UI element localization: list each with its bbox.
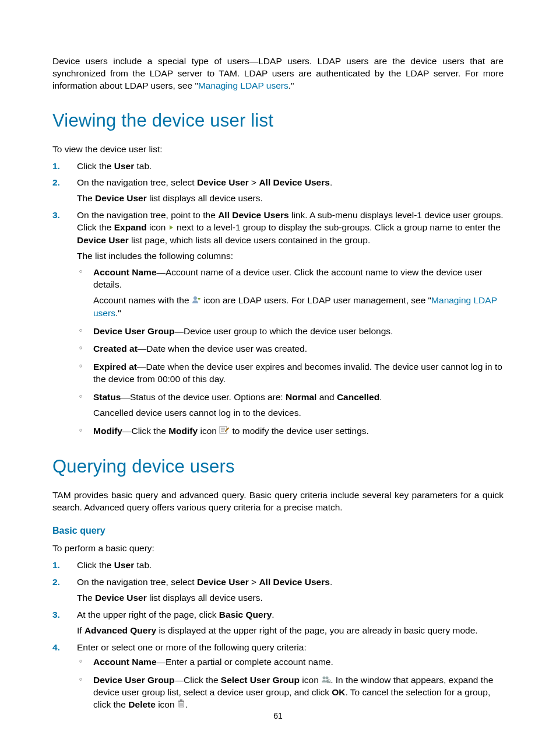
bold-text: Expand [114,222,147,232]
step-1: 1. Click the User tab. [52,160,504,173]
text: —Enter a partial or complete account nam… [157,657,333,667]
bold-text: Device User Group [93,675,175,685]
link-managing-ldap-users[interactable]: Managing LDAP users [198,80,288,90]
text: . [379,392,382,402]
list-item: Status—Status of the device user. Option… [77,391,504,419]
text: At the upper right of the page, click [77,610,219,620]
text: ." [288,80,294,90]
text: icon [300,675,321,685]
text: list displays all device users. [147,593,263,603]
bold-text: Device User [95,593,147,603]
text: Account names with the [93,295,192,305]
bold-text: Normal [286,392,316,402]
lead-text: TAM provides basic query and advanced qu… [52,489,504,514]
bold-text: Select User Group [221,675,300,685]
text: tab. [134,161,152,171]
step-number: 3. [52,609,70,621]
step-number: 2. [52,177,70,189]
heading-viewing-device-user-list: Viewing the device user list [52,108,504,133]
list-item: Created at—Date when the device user was… [77,343,504,355]
bold-text: Delete [128,699,156,709]
bold-text: Account Name [93,657,157,667]
step-number: 3. [52,209,70,222]
bold-text: Status [93,392,121,402]
svg-rect-16 [180,699,182,701]
bold-text: Basic Query [219,610,272,620]
text: next to a level-1 group to display the s… [174,222,501,232]
list-item: Account Name—Enter a partial or complete… [77,656,504,668]
text: . [330,177,332,187]
text: to modify the device user settings. [230,426,369,436]
bold-text: Device User [197,577,249,587]
bold-text: User [114,560,134,570]
step-number: 4. [52,642,70,654]
text: On the navigation tree, select [77,177,197,187]
list-item: Modify—Click the Modify icon to modify t… [77,425,504,438]
list-item: Expired at—Date when the device user exp… [77,361,504,386]
text: is displayed at the upper right of the p… [156,625,477,635]
text: . [185,699,188,709]
svg-marker-0 [170,225,173,230]
list-item: Account Name—Account name of a device us… [77,267,504,319]
bold-text: All Device Users [218,210,289,220]
text: —Date when the device user expires and b… [93,362,502,384]
text: > [249,577,259,587]
svg-point-1 [193,296,197,300]
step-number: 2. [52,576,70,589]
intro-paragraph: Device users include a special type of u… [52,55,504,92]
text: Enter or select one or more of the follo… [77,642,307,652]
text: —Device user group to which the device u… [175,326,393,336]
step-number: 1. [52,559,70,572]
bold-text: Modify [93,426,122,436]
bold-text: Account Name [93,267,157,277]
text: > [249,177,259,187]
text: icon [198,426,219,436]
bold-text: Device User [197,177,249,187]
bold-text: Advanced Query [85,625,156,635]
list-item: Device User Group—Click the Select User … [77,674,504,712]
text: . [272,610,274,620]
text: tab. [134,560,152,570]
bold-text: All Device Users [259,177,330,187]
page-number: 61 [0,710,556,722]
text: icon [156,699,177,709]
expand-icon [168,222,174,235]
bold-text: Device User [77,235,129,245]
svg-point-8 [326,677,329,680]
text: Click the [77,560,114,570]
text: Click the [77,161,114,171]
step-number: 1. [52,160,70,173]
text: —Date when the device user was created. [138,344,307,354]
step-4: 4. Enter or select one or more of the fo… [52,642,504,711]
text: Cancelled device users cannot log in to … [93,407,504,419]
lead-text: To view the device user list: [52,144,504,156]
step-3: 3. At the upper right of the page, click… [52,609,504,637]
heading-querying-device-users: Querying device users [52,454,504,479]
bold-text: Modify [168,426,198,436]
text: The [77,193,95,203]
step-3: 3. On the navigation tree, point to the … [52,209,504,438]
text: and [316,392,336,402]
text: . [330,577,332,587]
bold-text: Device User Group [93,326,175,336]
lead-text: To perform a basic query: [52,542,504,555]
delete-icon [177,699,185,711]
text: The list includes the following columns: [77,250,504,262]
bold-text: Expired at [93,362,137,372]
bold-text: All Device Users [259,577,330,587]
text: On the navigation tree, point to the [77,210,218,220]
bold-text: User [114,161,134,171]
text: icon are LDAP users. For LDAP user manag… [201,295,431,305]
svg-point-7 [323,677,326,680]
text: list page, which lists all device users … [129,235,370,245]
text: The [77,593,95,603]
text: —Click the [122,426,168,436]
text: icon [147,222,168,232]
text: If [77,625,85,635]
bold-text: Created at [93,344,138,354]
subheading-basic-query: Basic query [52,524,504,537]
ldap-user-icon [192,295,201,307]
text: —Status of the device user. Options are: [121,392,286,402]
text: On the navigation tree, select [77,577,197,587]
step-2: 2. On the navigation tree, select Device… [52,576,504,604]
